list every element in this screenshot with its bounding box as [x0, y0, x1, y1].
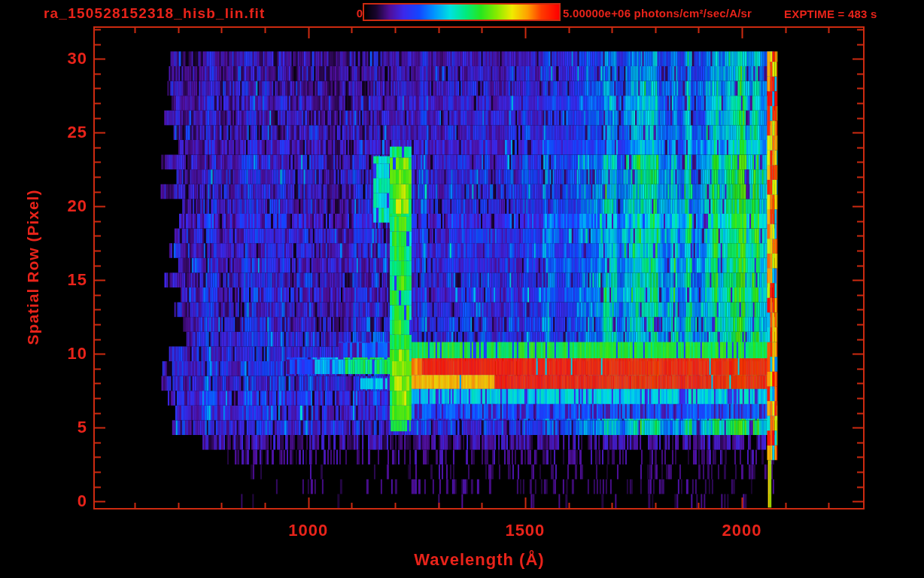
colorbar-min-label: 0	[336, 7, 363, 20]
spectrogram-window: ra_150528152318_hisb_lin.fit 0 5.00000e+…	[0, 0, 924, 578]
y-tick-label: 25	[0, 122, 87, 143]
x-tick-label: 1000	[263, 521, 354, 540]
file-name-title: ra_150528152318_hisb_lin.fit	[44, 5, 266, 22]
y-tick-label: 5	[0, 417, 87, 438]
y-tick-label: 30	[0, 48, 87, 69]
x-axis-title: Wavelength (Å)	[329, 550, 630, 570]
x-tick-label: 2000	[697, 521, 787, 540]
y-tick-label: 15	[0, 269, 87, 291]
x-tick-label: 1500	[480, 521, 570, 540]
colorbar-max-label: 5.00000e+06 photons/cm²/sec/A/sr	[563, 7, 752, 20]
exptime-label: EXPTIME = 483 s	[784, 8, 877, 20]
y-tick-label: 0	[0, 491, 87, 512]
plot-area	[94, 27, 864, 509]
y-tick-label: 20	[0, 196, 87, 217]
colorbar	[364, 5, 559, 20]
y-tick-label: 10	[0, 343, 87, 364]
